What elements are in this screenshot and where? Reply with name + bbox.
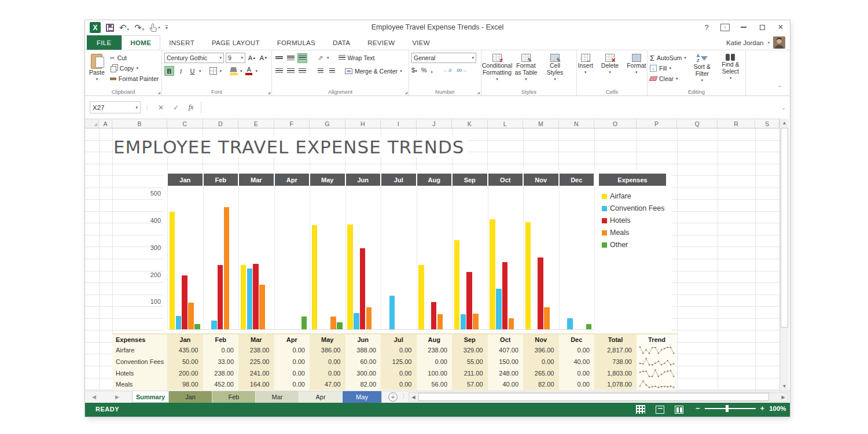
sheet-tab-apr[interactable]: Apr [299, 391, 343, 403]
font-color-dropdown[interactable]: ▾ [256, 69, 258, 73]
bar-hotels-oct[interactable] [502, 262, 508, 329]
cancel-formula-button[interactable]: ✕ [153, 104, 168, 112]
bar-convention-fees-feb[interactable] [211, 321, 217, 329]
italic-button[interactable]: I [176, 66, 186, 76]
column-header-J[interactable]: J [417, 119, 453, 128]
column-header-O[interactable]: O [594, 119, 637, 128]
vertical-scroll-thumb[interactable] [781, 128, 788, 328]
fill-color-button[interactable] [229, 66, 238, 76]
align-left-button[interactable] [274, 67, 284, 76]
bar-convention-fees-dec[interactable] [567, 318, 573, 329]
borders-button[interactable] [208, 66, 218, 76]
tab-insert[interactable]: INSERT [160, 35, 203, 50]
sheet-tab-menu[interactable]: ⋮ [401, 393, 406, 399]
bar-hotels-feb[interactable] [218, 265, 223, 329]
sheet-tab-may[interactable]: May [343, 391, 382, 403]
bar-hotels-mar[interactable] [253, 264, 259, 329]
align-bottom-button[interactable] [297, 53, 307, 63]
bar-other-jan[interactable] [194, 324, 200, 329]
wrap-text-button[interactable]: Wrap Text [339, 53, 375, 63]
conditional-formatting-button[interactable]: ≠ Conditional Formatting▾ [484, 53, 510, 87]
tab-review[interactable]: REVIEW [359, 35, 403, 50]
bar-meals-oct[interactable] [509, 318, 514, 329]
tab-file[interactable]: FILE [87, 35, 122, 50]
horizontal-scrollbar[interactable]: ◀ ▶ [409, 392, 788, 402]
bar-airfare-may[interactable] [312, 225, 318, 329]
bold-button[interactable]: B [164, 66, 174, 76]
tab-view[interactable]: VIEW [403, 35, 439, 50]
alignment-dialog-launcher[interactable]: ◢ [404, 90, 407, 94]
scroll-down-arrow[interactable]: ▼ [780, 382, 789, 391]
bar-airfare-jun[interactable] [347, 225, 353, 329]
accounting-format-button[interactable]: $▾ [411, 67, 417, 73]
tab-home[interactable]: HOME [122, 35, 161, 50]
name-box[interactable]: X27▾ [90, 101, 141, 113]
bar-hotels-jan[interactable] [182, 275, 187, 330]
increase-decimal-button[interactable]: ←.0 [443, 68, 451, 73]
comma-style-button[interactable]: , [431, 67, 432, 73]
bar-airfare-mar[interactable] [241, 265, 247, 329]
horizontal-scroll-thumb[interactable] [418, 393, 769, 401]
delete-cells-button[interactable]: ✕ Delete▾ [599, 53, 620, 87]
orientation-button[interactable]: ⇗ [315, 53, 325, 63]
bar-meals-jun[interactable] [366, 307, 372, 329]
zoom-slider-thumb[interactable] [726, 405, 729, 412]
sheet-grid[interactable]: EMPLOYEE TRAVEL EXPENSE TRENDS JanFebMar… [85, 128, 779, 391]
sheet-nav-prev[interactable]: ◀ [92, 391, 96, 403]
bar-hotels-nov[interactable] [538, 258, 543, 329]
zoom-slider[interactable] [705, 408, 756, 409]
bar-convention-fees-jan[interactable] [176, 316, 182, 329]
column-header-Q[interactable]: Q [677, 119, 718, 128]
bar-meals-sep[interactable] [473, 314, 479, 329]
name-box-dropdown[interactable]: ▾ [135, 105, 138, 110]
user-account[interactable]: Katie Jordan ▾ [726, 36, 785, 49]
fill-color-dropdown[interactable]: ▾ [240, 69, 242, 73]
formula-input[interactable] [201, 101, 777, 113]
expand-formula-bar-button[interactable]: ⌄ [777, 105, 790, 111]
zoom-level[interactable]: 100% [769, 405, 786, 412]
close-button[interactable]: × [775, 22, 786, 32]
font-dialog-launcher[interactable]: ◢ [267, 90, 270, 94]
shrink-font-button[interactable]: A▼ [259, 53, 269, 63]
bar-hotels-jun[interactable] [360, 248, 366, 329]
sheet-tab-feb[interactable]: Feb [212, 391, 256, 403]
column-header-N[interactable]: N [559, 119, 595, 128]
bar-airfare-nov[interactable] [525, 222, 531, 329]
scroll-right-arrow[interactable]: ▶ [779, 393, 788, 401]
bar-convention-fees-sep[interactable] [461, 314, 466, 329]
bar-other-dec[interactable] [586, 324, 592, 329]
find-select-button[interactable]: Find & Select▾ [718, 53, 743, 87]
number-format-select[interactable]: General▾ [411, 53, 476, 63]
bar-convention-fees-jun[interactable] [354, 313, 359, 329]
sheet-tab-mar[interactable]: Mar [256, 391, 299, 403]
column-header-K[interactable]: K [452, 119, 488, 128]
sheet-tab-jan[interactable]: Jan [169, 391, 212, 403]
paste-button[interactable]: Paste▾ [87, 53, 106, 84]
page-break-view-button[interactable] [675, 406, 683, 414]
align-middle-button[interactable] [286, 53, 296, 63]
increase-indent-button[interactable] [327, 67, 337, 76]
borders-dropdown[interactable]: ▾ [220, 69, 222, 73]
column-header-S[interactable]: S [755, 119, 779, 128]
align-center-button[interactable] [286, 67, 296, 76]
vertical-scrollbar[interactable]: ▲ ▼ [779, 119, 789, 391]
align-top-button[interactable] [274, 53, 284, 63]
chart-object[interactable] [163, 170, 671, 333]
collapse-ribbon-button[interactable]: ⌃ [777, 85, 782, 91]
underline-button[interactable]: U [187, 66, 197, 76]
sheet-nav-next[interactable]: ▶ [115, 391, 119, 403]
column-header-I[interactable]: I [381, 119, 417, 128]
format-cells-button[interactable]: Format▾ [625, 53, 648, 87]
help-button[interactable]: ? [701, 22, 712, 32]
column-header-E[interactable]: E [238, 119, 274, 128]
scroll-up-arrow[interactable]: ▲ [780, 119, 789, 127]
orientation-dropdown[interactable]: ▾ [327, 56, 329, 60]
enter-formula-button[interactable]: ✓ [168, 104, 183, 112]
minimize-button[interactable] [738, 22, 749, 32]
new-sheet-button[interactable]: + [388, 392, 398, 402]
format-as-table-button[interactable]: ✎ Format as Table▾ [513, 53, 539, 87]
font-family-select[interactable]: Century Gothic▾ [164, 53, 224, 63]
autosum-button[interactable]: ΣAutoSum▾ [650, 53, 686, 63]
fill-button[interactable]: ↓Fill▾ [650, 63, 686, 73]
bar-airfare-sep[interactable] [454, 240, 460, 329]
